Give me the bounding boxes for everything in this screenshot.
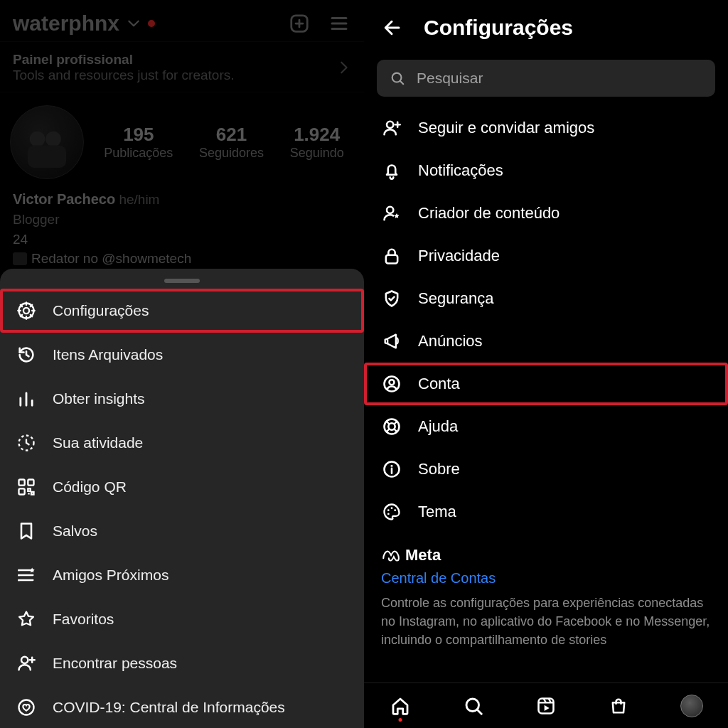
settings-item-megaphone[interactable]: Anúncios [364,320,728,363]
activity-icon [16,432,37,454]
meta-logo-icon [381,546,400,564]
add-person-icon [381,117,402,139]
settings-item-label: Seguir e convidar amigos [418,119,594,137]
emoji-square-icon [13,252,27,265]
search-input[interactable]: Pesquisar [377,60,715,97]
dashboard-subtitle: Tools and resources just for creators. [13,68,235,83]
creator-icon [381,203,402,224]
search-placeholder: Pesquisar [417,70,483,87]
page-title: Configurações [424,16,573,40]
settings-item-shield[interactable]: Segurança [364,277,728,320]
menu-item-label: Salvos [53,523,97,540]
svg-point-26 [30,132,46,147]
menu-item-close-friends[interactable]: Amigos Próximos [0,553,364,597]
menu-item-star[interactable]: Favoritos [0,597,364,641]
chevron-right-icon [336,60,351,75]
settings-item-lock[interactable]: Privacidade [364,235,728,277]
search-icon [390,70,405,86]
menu-item-gear[interactable]: Configurações [0,289,364,333]
menu-item-label: Itens Arquivados [53,346,163,363]
menu-button[interactable] [327,11,351,36]
menu-item-label: Obter insights [53,390,145,407]
profile-stats-row: 195 Publicações 621 Seguidores 1.924 Seg… [0,92,364,182]
menu-item-label: COVID-19: Central de Informações [53,699,285,716]
settings-item-info[interactable]: Sobre [364,448,728,491]
settings-item-label: Tema [418,503,456,521]
bottom-nav [364,682,728,728]
dashboard-title: Painel profissional [13,52,235,68]
professional-dashboard-row[interactable]: Painel profissional Tools and resources … [0,41,364,92]
settings-item-label: Sobre [418,460,460,478]
profile-avatar[interactable] [10,105,84,179]
menu-item-qr[interactable]: Código QR [0,465,364,509]
meta-section: Meta Central de Contas Controle as confi… [364,533,728,649]
chevron-down-icon [127,16,141,31]
nav-home[interactable] [387,693,413,719]
insights-icon [16,388,37,410]
meta-description: Controle as configurações para experiênc… [381,587,711,649]
settings-item-account[interactable]: Conta [364,363,728,405]
shield-icon [381,288,402,309]
settings-item-label: Privacidade [418,247,500,265]
back-button[interactable] [381,17,402,38]
menu-item-label: Encontrar pessoas [53,655,177,672]
menu-item-insights[interactable]: Obter insights [0,377,364,421]
bottom-sheet-menu: ConfiguraçõesItens ArquivadosObter insig… [0,269,364,728]
account-icon [381,373,402,395]
settings-item-bell[interactable]: Notificações [364,149,728,192]
heart-ring-icon [16,697,37,718]
stat-followers[interactable]: 621 Seguidores [199,124,264,161]
svg-point-27 [46,132,61,147]
create-post-button[interactable] [287,11,311,36]
settings-item-label: Anúncios [418,332,483,350]
close-friends-icon [16,564,37,586]
nav-shop[interactable] [606,693,631,719]
settings-item-palette[interactable]: Tema [364,491,728,533]
bell-icon [381,160,402,181]
qr-icon [16,476,37,498]
lifebuoy-icon [381,416,402,437]
menu-item-label: Amigos Próximos [53,567,168,584]
settings-item-label: Criador de conteúdo [418,204,560,223]
menu-item-label: Configurações [53,302,149,319]
nav-search[interactable] [461,693,486,719]
nav-profile[interactable] [679,693,705,719]
meta-brand: Meta [381,546,711,564]
stat-posts[interactable]: 195 Publicações [104,124,173,161]
settings-item-add-person[interactable]: Seguir e convidar amigos [364,107,728,149]
gear-icon [16,300,37,321]
menu-item-add-person[interactable]: Encontrar pessoas [0,641,364,685]
settings-item-lifebuoy[interactable]: Ajuda [364,405,728,448]
avatar-icon [680,695,703,717]
bookmark-icon [16,520,37,542]
stat-following[interactable]: 1.924 Seguindo [290,124,344,161]
menu-item-activity[interactable]: Sua atividade [0,421,364,465]
drag-handle-icon[interactable] [164,279,200,283]
lock-icon [381,245,402,267]
add-person-icon [16,653,37,674]
menu-item-label: Favoritos [53,611,114,628]
notification-dot-icon [148,20,155,27]
settings-item-label: Notificações [418,161,503,180]
settings-item-label: Ajuda [418,417,458,436]
menu-item-history[interactable]: Itens Arquivados [0,333,364,377]
menu-item-label: Sua atividade [53,434,143,451]
star-icon [16,609,37,630]
profile-header: waterphnx [0,0,364,41]
settings-header: Configurações [364,0,728,50]
history-icon [16,344,37,365]
palette-icon [381,501,402,523]
username-switcher[interactable]: waterphnx [13,11,155,36]
menu-item-bookmark[interactable]: Salvos [0,509,364,553]
notification-dot-icon [399,718,402,722]
menu-item-heart-ring[interactable]: COVID-19: Central de Informações [0,685,364,728]
nav-reels[interactable] [533,693,559,719]
svg-rect-28 [28,146,66,168]
settings-item-creator[interactable]: Criador de conteúdo [364,192,728,235]
accounts-center-link[interactable]: Central de Contas [381,564,711,587]
megaphone-icon [381,331,402,352]
settings-item-label: Segurança [418,289,493,308]
username: waterphnx [13,11,119,36]
settings-item-label: Conta [418,375,460,393]
menu-item-label: Código QR [53,478,127,496]
